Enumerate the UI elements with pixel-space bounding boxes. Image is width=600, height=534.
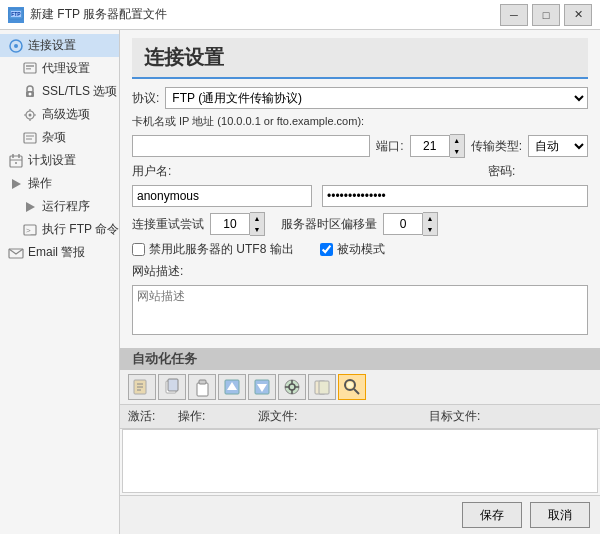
passive-mode-checkbox[interactable] (320, 243, 333, 256)
sidebar-item-operation[interactable]: 操作 (0, 172, 119, 195)
retries-down-button[interactable]: ▼ (250, 224, 264, 235)
window-controls: ─ □ ✕ (500, 4, 592, 26)
cancel-button[interactable]: 取消 (530, 502, 590, 528)
col-action: 操作: (174, 407, 254, 426)
sidebar-item-run[interactable]: 运行程序 (0, 195, 119, 218)
user-pass-inputs (132, 185, 588, 207)
host-row: 卡机名或 IP 地址 (10.0.0.1 or fto.example.com)… (132, 114, 588, 129)
search-task-button[interactable] (338, 374, 366, 400)
svg-rect-35 (197, 383, 208, 396)
move-up-button[interactable] (218, 374, 246, 400)
misc-icon (22, 130, 38, 146)
password-input[interactable] (322, 185, 588, 207)
paste-task-button[interactable] (188, 374, 216, 400)
description-row (132, 285, 588, 338)
svg-rect-48 (319, 381, 329, 394)
close-button[interactable]: ✕ (564, 4, 592, 26)
retries-label: 连接重试尝试 (132, 216, 204, 233)
port-spinner: ▲ ▼ (410, 134, 465, 158)
passive-mode-label: 被动模式 (337, 241, 385, 258)
transfer-type-label: 传输类型: (471, 138, 522, 155)
edit-task-button[interactable] (278, 374, 306, 400)
save-button[interactable]: 保存 (462, 502, 522, 528)
new-task-button[interactable] (128, 374, 156, 400)
username-input[interactable] (132, 185, 312, 207)
timezone-input[interactable] (383, 213, 423, 235)
title-bar: FTP 新建 FTP 服务器配置文件 ─ □ ✕ (0, 0, 600, 30)
transfer-type-select[interactable]: 自动 (528, 135, 588, 157)
email-label: Email 警报 (28, 244, 85, 261)
email-icon (8, 245, 24, 261)
timezone-down-button[interactable]: ▼ (423, 224, 437, 235)
timezone-spinner: ▲ ▼ (383, 212, 438, 236)
exec-label: 执行 FTP 命令 (42, 221, 119, 238)
retries-up-button[interactable]: ▲ (250, 213, 264, 224)
exec-icon: >_ (22, 222, 38, 238)
col-active: 激活: (124, 407, 174, 426)
protocol-row: 协议: FTP (通用文件传输协议) (132, 87, 588, 109)
proxy-label: 代理设置 (42, 60, 90, 77)
task-table-header: 激活: 操作: 源文件: 目标文件: (120, 405, 600, 429)
operation-icon (8, 176, 24, 192)
proxy-icon (22, 61, 38, 77)
run-label: 运行程序 (42, 198, 90, 215)
advanced-label: 高级选项 (42, 106, 90, 123)
host-label: 卡机名或 IP 地址 (10.0.0.1 or fto.example.com)… (132, 114, 364, 129)
port-down-button[interactable]: ▼ (450, 146, 464, 157)
retries-input[interactable] (210, 213, 250, 235)
svg-point-9 (29, 92, 32, 95)
copy2-task-button[interactable] (308, 374, 336, 400)
connection-settings-panel: 连接设置 协议: FTP (通用文件传输协议) 卡机名或 IP 地址 (10.0… (120, 30, 600, 346)
move-down-button[interactable] (248, 374, 276, 400)
svg-rect-16 (24, 133, 36, 143)
automation-toolbar (120, 370, 600, 405)
sidebar-item-ssl[interactable]: SSL/TLS 选项 (0, 80, 119, 103)
minimize-button[interactable]: ─ (500, 4, 528, 26)
sidebar-item-advanced[interactable]: 高级选项 (0, 103, 119, 126)
sidebar-item-exec[interactable]: >_ 执行 FTP 命令 (0, 218, 119, 241)
connection-icon (8, 38, 24, 54)
username-label: 用户名: (132, 163, 272, 180)
passive-mode-checkbox-label[interactable]: 被动模式 (320, 241, 385, 258)
svg-rect-7 (26, 68, 31, 70)
no-utf8-label: 禁用此服务器的 UTF8 输出 (149, 241, 294, 258)
svg-text:FTP: FTP (11, 11, 21, 17)
password-label: 密码: (488, 163, 588, 180)
main-container: 连接设置 代理设置 SSL/TLS 选项 (0, 30, 600, 534)
sidebar-item-schedule[interactable]: 计划设置 (0, 149, 119, 172)
svg-marker-24 (12, 179, 21, 189)
host-input[interactable] (132, 135, 370, 157)
copy-task-button[interactable] (158, 374, 186, 400)
task-table-body (122, 429, 598, 493)
protocol-select[interactable]: FTP (通用文件传输协议) (165, 87, 588, 109)
retries-spinner: ▲ ▼ (210, 212, 265, 236)
app-icon: FTP (8, 7, 24, 23)
svg-point-4 (14, 44, 18, 48)
no-utf8-checkbox-label[interactable]: 禁用此服务器的 UTF8 输出 (132, 241, 294, 258)
host-input-row: 端口: ▲ ▼ 传输类型: 自动 (132, 134, 588, 158)
svg-point-11 (29, 113, 32, 116)
maximize-button[interactable]: □ (532, 4, 560, 26)
no-utf8-checkbox[interactable] (132, 243, 145, 256)
sidebar-item-email[interactable]: Email 警报 (0, 241, 119, 264)
col-source: 源文件: (254, 407, 425, 426)
port-label: 端口: (376, 138, 403, 155)
timezone-up-button[interactable]: ▲ (423, 213, 437, 224)
connection-label: 连接设置 (28, 37, 76, 54)
ssl-icon (22, 84, 38, 100)
svg-rect-34 (168, 379, 178, 391)
sidebar-item-misc[interactable]: 杂项 (0, 126, 119, 149)
checkboxes-row: 禁用此服务器的 UTF8 输出 被动模式 (132, 241, 588, 258)
col-target: 目标文件: (425, 407, 596, 426)
description-textarea[interactable] (132, 285, 588, 335)
sidebar-item-proxy[interactable]: 代理设置 (0, 57, 119, 80)
content-area: 连接设置 协议: FTP (通用文件传输协议) 卡机名或 IP 地址 (10.0… (120, 30, 600, 534)
timezone-label: 服务器时区偏移量 (281, 216, 377, 233)
port-up-button[interactable]: ▲ (450, 135, 464, 146)
automation-section-title: 自动化任务 (120, 348, 600, 370)
svg-text:>_: >_ (26, 226, 36, 235)
port-input[interactable] (410, 135, 450, 157)
timezone-spin-buttons: ▲ ▼ (423, 212, 438, 236)
sidebar-item-connection[interactable]: 连接设置 (0, 34, 119, 57)
svg-marker-25 (26, 202, 35, 212)
